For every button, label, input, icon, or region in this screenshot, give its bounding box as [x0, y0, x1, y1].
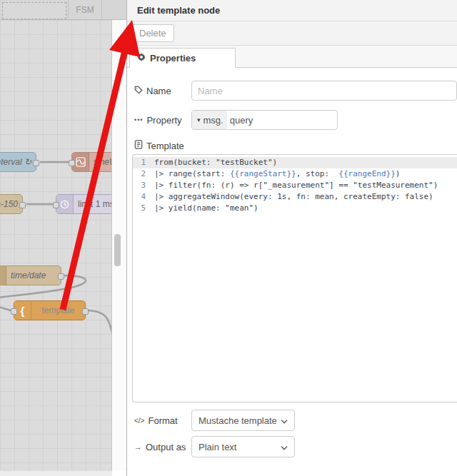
code-line[interactable]: 5|> yield(name: "mean") — [133, 203, 457, 214]
name-input[interactable] — [191, 81, 457, 101]
code-line[interactable]: 1from(bucket: "testBucket") — [133, 157, 457, 168]
canvas-vertical-scrollbar[interactable] — [112, 20, 126, 470]
code-text: |> range(start: {{rangeStart}}, stop: {{… — [154, 168, 400, 180]
line-number: 2 — [133, 168, 154, 180]
port-limit-in[interactable] — [53, 202, 59, 208]
code-line[interactable]: 3|> filter(fn: (r) => r["_measurement"] … — [133, 180, 457, 191]
code-brackets-icon: </> — [134, 417, 144, 425]
line-number: 1 — [133, 157, 154, 168]
node-timedate[interactable]: f time/date — [0, 265, 61, 285]
gear-icon — [137, 53, 146, 64]
ellipsis-icon: ••• — [134, 116, 143, 123]
canvas-horizontal-scrollbar[interactable] — [0, 470, 112, 476]
flow-canvas[interactable]: interval ↻ sineW s-150 — [0, 20, 112, 470]
format-row: </> Format Mustache template — [134, 410, 457, 431]
template-doc-icon — [134, 140, 143, 151]
template-code-editor[interactable]: 1from(bucket: "testBucket")2|> range(sta… — [132, 154, 457, 402]
flow-tab-bar: FSM — [0, 0, 127, 20]
output-select[interactable]: Plain text — [191, 436, 295, 457]
dialog-tab-bar: Properties — [127, 46, 457, 68]
line-number: 3 — [133, 180, 154, 191]
property-label: ••• Property — [134, 115, 191, 126]
code-lines: 1from(bucket: "testBucket")2|> range(sta… — [133, 157, 457, 214]
flow-workspace[interactable]: FSM interval ↻ — [0, 0, 127, 476]
line-number: 4 — [133, 191, 154, 203]
port-ms150-out[interactable] — [19, 202, 26, 208]
flow-tab-fsm[interactable]: FSM — [68, 0, 102, 20]
arrow-right-icon: → — [134, 442, 142, 451]
port-interval-out[interactable] — [33, 160, 39, 166]
edit-template-dialog: Edit template node Delete Properties — [126, 0, 457, 476]
property-typed-input[interactable]: ▾ msg. query — [191, 110, 338, 130]
node-interval[interactable]: interval ↻ — [0, 152, 36, 172]
property-value[interactable]: query — [227, 115, 253, 126]
name-row: Name — [134, 81, 457, 101]
screen: FSM interval ↻ — [0, 0, 457, 476]
code-text: |> filter(fn: (r) => r["_measurement"] =… — [154, 180, 438, 191]
caret-down-icon: ▾ — [197, 116, 201, 123]
delete-button[interactable]: Delete — [131, 24, 174, 42]
tab-properties[interactable]: Properties — [129, 48, 236, 68]
port-timedate-out[interactable] — [58, 273, 64, 280]
tag-icon — [134, 86, 143, 96]
output-label: → Output as — [134, 442, 191, 452]
code-text: from(bucket: "testBucket") — [154, 157, 277, 168]
port-template-out[interactable] — [82, 308, 89, 315]
dialog-toolbar: Delete — [127, 21, 457, 46]
tab-properties-label: Properties — [150, 53, 196, 64]
wires — [0, 20, 112, 470]
port-sine-in[interactable] — [69, 160, 75, 166]
port-template-in[interactable] — [11, 308, 17, 315]
node-limit[interactable]: limit 1 ms — [56, 194, 112, 214]
code-text: |> aggregateWindow(every: 1s, fn: mean, … — [154, 191, 433, 203]
node-template[interactable]: { template — [14, 300, 86, 320]
code-line[interactable]: 4|> aggregateWindow(every: 1s, fn: mean,… — [133, 191, 457, 203]
name-label: Name — [134, 86, 191, 96]
format-label: </> Format — [134, 415, 191, 426]
canvas-vertical-scrollbar-thumb[interactable] — [114, 234, 121, 266]
node-ms150[interactable]: s-150 — [0, 194, 23, 214]
format-select-value: Mustache template — [199, 415, 277, 426]
flow-tab-ghost[interactable] — [2, 2, 66, 19]
chevron-down-icon — [281, 442, 288, 452]
node-sinewave[interactable]: sineW — [71, 152, 112, 172]
chevron-down-icon — [281, 415, 288, 426]
property-type-label: msg. — [204, 115, 224, 126]
output-row: → Output as Plain text — [134, 436, 457, 457]
line-number: 5 — [133, 203, 154, 214]
dialog-title: Edit template node — [127, 0, 457, 21]
property-row: ••• Property ▾ msg. query — [134, 110, 457, 130]
code-text: |> yield(name: "mean") — [154, 203, 258, 214]
function-icon: f — [0, 266, 6, 285]
code-line[interactable]: 2|> range(start: {{rangeStart}}, stop: {… — [133, 168, 457, 180]
template-label: Template — [134, 140, 457, 151]
property-type-button[interactable]: ▾ msg. — [192, 111, 227, 129]
output-select-value: Plain text — [199, 442, 236, 452]
wire-template-out — [89, 310, 112, 353]
format-select[interactable]: Mustache template — [191, 410, 295, 431]
